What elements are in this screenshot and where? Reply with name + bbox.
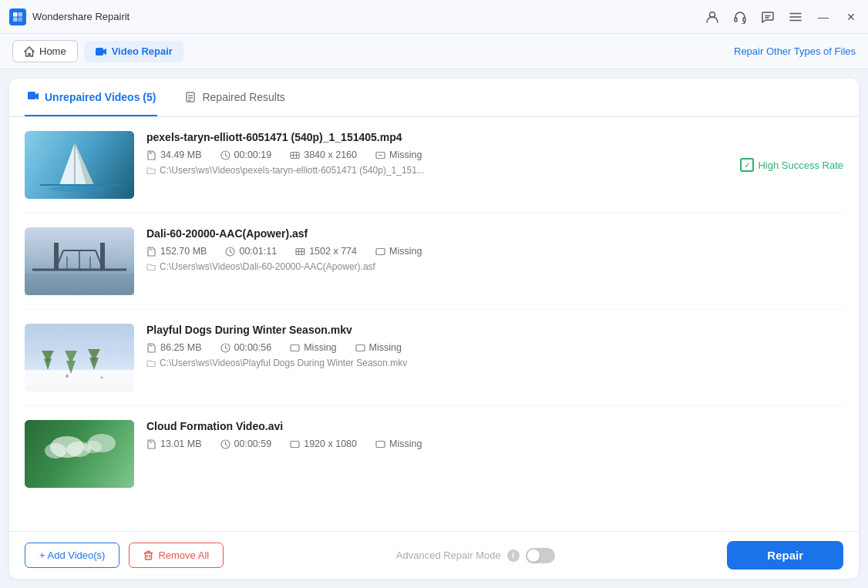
video-title-4: Cloud Formation Video.avi bbox=[146, 420, 843, 432]
remove-all-label: Remove All bbox=[158, 549, 209, 561]
video-info-2: Dali-60-20000-AAC(Apower).asf 152.70 MB bbox=[146, 227, 843, 272]
svg-rect-70 bbox=[376, 441, 385, 447]
info-icon[interactable]: i bbox=[507, 549, 520, 562]
headset-icon[interactable] bbox=[732, 9, 748, 25]
file-icon bbox=[146, 247, 156, 257]
svg-rect-1 bbox=[19, 12, 23, 17]
title-bar-left: Wondershare Repairit bbox=[9, 8, 130, 25]
video-path-1: C:\Users\ws\Videos\pexels-taryn-elliott-… bbox=[146, 165, 843, 176]
success-rate-label: High Success Rate bbox=[758, 160, 843, 171]
remove-all-button[interactable]: Remove All bbox=[129, 543, 224, 568]
svg-rect-2 bbox=[13, 17, 18, 22]
video-icon bbox=[95, 45, 107, 58]
video-info-3: Playful Dogs During Winter Season.mkv 86… bbox=[146, 324, 843, 368]
video-thumbnail-3 bbox=[25, 324, 134, 391]
tab-repaired[interactable]: Repaired Results bbox=[182, 79, 286, 116]
svg-rect-60 bbox=[291, 344, 299, 351]
tab-repaired-label: Repaired Results bbox=[202, 91, 284, 103]
svg-rect-42 bbox=[100, 243, 105, 270]
svg-rect-41 bbox=[54, 243, 59, 270]
bottom-center: Advanced Repair Mode i bbox=[396, 548, 555, 563]
meta-resolution-3: Missing bbox=[290, 342, 336, 353]
table-row: Dali-60-20000-AAC(Apower).asf 152.70 MB bbox=[25, 213, 843, 310]
clock-icon bbox=[220, 343, 230, 353]
svg-point-57 bbox=[66, 375, 69, 378]
chat-icon[interactable] bbox=[760, 9, 775, 25]
nav-bar: Home Video Repair Repair Other Types of … bbox=[0, 34, 868, 69]
svg-rect-40 bbox=[25, 274, 134, 295]
audio-icon bbox=[375, 439, 385, 449]
title-bar: Wondershare Repairit bbox=[0, 0, 868, 34]
video-repair-tab[interactable]: Video Repair bbox=[84, 41, 183, 62]
video-info-4: Cloud Formation Video.avi 13.01 MB bbox=[146, 420, 843, 454]
audio-icon bbox=[355, 343, 365, 353]
tab-unrepaired-label: Unrepaired Videos (5) bbox=[45, 91, 156, 103]
resolution-icon bbox=[290, 150, 300, 160]
meta-size-3: 86.25 MB bbox=[146, 342, 202, 353]
video-thumbnail-1 bbox=[25, 131, 134, 199]
app-title: Wondershare Repairit bbox=[32, 11, 130, 22]
toggle-knob bbox=[527, 549, 540, 562]
audio-icon bbox=[375, 150, 385, 160]
tabs-row: Unrepaired Videos (5) Repaired Results bbox=[9, 79, 859, 117]
user-icon[interactable] bbox=[705, 9, 720, 25]
add-video-button[interactable]: + Add Video(s) bbox=[25, 543, 119, 568]
meta-duration-1: 00:00:19 bbox=[220, 150, 272, 160]
svg-rect-61 bbox=[356, 344, 365, 351]
svg-rect-3 bbox=[19, 17, 23, 22]
svg-rect-13 bbox=[28, 92, 35, 99]
tab-unrepaired[interactable]: Unrepaired Videos (5) bbox=[25, 79, 157, 116]
video-repair-label: Video Repair bbox=[112, 45, 173, 57]
resolution-icon bbox=[290, 439, 300, 449]
video-thumbnail-2 bbox=[25, 227, 134, 295]
clock-icon bbox=[220, 439, 230, 449]
folder-icon bbox=[146, 166, 156, 175]
nav-left: Home Video Repair bbox=[12, 40, 183, 62]
menu-icon[interactable] bbox=[788, 9, 803, 25]
close-button[interactable]: ✕ bbox=[843, 9, 859, 25]
svg-point-67 bbox=[83, 441, 102, 453]
svg-point-58 bbox=[101, 377, 103, 379]
meta-audio-3: Missing bbox=[355, 342, 402, 353]
app-icon bbox=[9, 8, 26, 25]
bottom-left: + Add Video(s) Remove All bbox=[25, 543, 224, 568]
meta-resolution-4: 1920 x 1080 bbox=[290, 438, 357, 449]
meta-size-4: 13.01 MB bbox=[146, 438, 202, 449]
video-title-1: pexels-taryn-elliott-6051471 (540p)_1_15… bbox=[146, 131, 843, 143]
advanced-mode-label: Advanced Repair Mode bbox=[396, 549, 501, 561]
trash-icon bbox=[143, 550, 153, 560]
folder-icon bbox=[146, 262, 156, 271]
bottom-bar: + Add Video(s) Remove All Advanced Repai… bbox=[9, 531, 859, 579]
clock-icon bbox=[220, 150, 230, 160]
table-row: Playful Dogs During Winter Season.mkv 86… bbox=[25, 310, 843, 406]
svg-rect-48 bbox=[376, 248, 385, 254]
table-row: pexels-taryn-elliott-6051471 (540p)_1_15… bbox=[25, 117, 843, 213]
video-path-3: C:\Users\ws\Videos\Playful Dogs During W… bbox=[146, 358, 843, 368]
home-icon bbox=[24, 46, 35, 57]
svg-rect-5 bbox=[735, 18, 737, 22]
video-title-3: Playful Dogs During Winter Season.mkv bbox=[146, 324, 843, 336]
svg-rect-0 bbox=[13, 12, 18, 17]
minimize-button[interactable]: — bbox=[816, 9, 831, 25]
resolution-icon bbox=[295, 247, 305, 257]
video-meta-3: 86.25 MB 00:00:56 Missing bbox=[146, 342, 843, 353]
file-icon bbox=[146, 150, 156, 160]
video-thumbnail-4 bbox=[25, 420, 134, 488]
meta-duration-4: 00:00:59 bbox=[220, 438, 272, 449]
repaired-tab-icon bbox=[183, 90, 197, 104]
meta-audio-1: Missing bbox=[375, 150, 422, 160]
home-button[interactable]: Home bbox=[12, 40, 78, 62]
meta-resolution-1: 3840 x 2160 bbox=[290, 150, 357, 160]
title-bar-controls: — ✕ bbox=[705, 9, 859, 25]
meta-size-2: 152.70 MB bbox=[146, 246, 207, 257]
advanced-mode-toggle[interactable] bbox=[526, 548, 555, 563]
svg-point-64 bbox=[45, 443, 66, 459]
video-meta-2: 152.70 MB 00:01:11 bbox=[146, 246, 843, 257]
success-rate-badge: ✓ High Success Rate bbox=[740, 158, 843, 172]
folder-icon bbox=[146, 358, 156, 368]
video-list: pexels-taryn-elliott-6051471 (540p)_1_15… bbox=[9, 117, 859, 531]
repair-button[interactable]: Repair bbox=[727, 541, 843, 570]
repair-other-link[interactable]: Repair Other Types of Files bbox=[734, 45, 856, 57]
meta-duration-3: 00:00:56 bbox=[220, 342, 272, 353]
meta-resolution-2: 1502 x 774 bbox=[295, 246, 357, 257]
